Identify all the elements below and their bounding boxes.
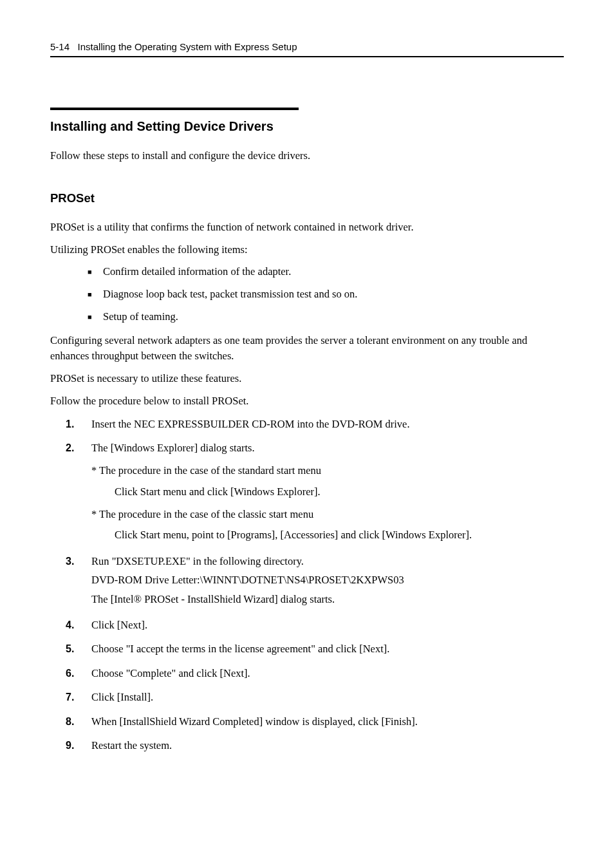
proset-p2: Utilizing PROSet enables the following i…	[50, 242, 564, 258]
step-number: 3.	[66, 553, 91, 610]
step-line: DVD-ROM Drive Letter:\WINNT\DOTNET\NS4\P…	[91, 572, 564, 589]
section-title: Installing and Setting Device Drivers	[50, 108, 299, 134]
page-number: 5-14	[50, 41, 70, 52]
list-item: Diagnose loop back test, packet transmis…	[88, 287, 564, 303]
step-number: 5.	[66, 641, 91, 657]
step-content: Restart the system.	[91, 737, 564, 754]
step-3: 3. Run "DXSETUP.EXE" in the following di…	[66, 553, 564, 610]
step-2: 2. The [Windows Explorer] dialog starts.…	[66, 440, 564, 546]
step-subindent: Click Start menu and click [Windows Expl…	[115, 484, 564, 500]
step-content: Click [Install].	[91, 689, 564, 706]
step-7: 7. Click [Install].	[66, 689, 564, 706]
list-item: Setup of teaming.	[88, 309, 564, 325]
step-text: The [Windows Explorer] dialog starts.	[91, 440, 564, 457]
step-5: 5. Choose "I accept the terms in the lic…	[66, 641, 564, 657]
step-number: 4.	[66, 617, 91, 634]
list-item: Confirm detailed information of the adap…	[88, 264, 564, 280]
step-8: 8. When [InstallShield Wizard Completed]…	[66, 713, 564, 730]
step-content: When [InstallShield Wizard Completed] wi…	[91, 713, 564, 730]
step-subindent: Click Start menu, point to [Programs], […	[115, 527, 564, 543]
step-1: 1. Insert the NEC EXPRESSBUILDER CD-ROM …	[66, 416, 564, 433]
proset-p4: PROSet is necessary to utilize these fea…	[50, 371, 564, 387]
header-title: Installing the Operating System with Exp…	[78, 41, 297, 52]
proset-bullets: Confirm detailed information of the adap…	[88, 264, 564, 325]
step-number: 7.	[66, 689, 91, 706]
step-content: Choose "I accept the terms in the licens…	[91, 641, 564, 657]
step-content: Choose "Complete" and click [Next].	[91, 665, 564, 682]
step-number: 1.	[66, 416, 91, 433]
step-number: 6.	[66, 665, 91, 682]
proset-p5: Follow the procedure below to install PR…	[50, 393, 564, 410]
step-content: The [Windows Explorer] dialog starts. * …	[91, 440, 564, 546]
step-line: Run "DXSETUP.EXE" in the following direc…	[91, 553, 564, 570]
step-line: The [Intel® PROSet - InstallShield Wizar…	[91, 591, 564, 608]
step-9: 9. Restart the system.	[66, 737, 564, 754]
section-intro: Follow these steps to install and config…	[50, 148, 564, 164]
proset-title: PROSet	[50, 191, 564, 205]
step-number: 8.	[66, 713, 91, 730]
step-6: 6. Choose "Complete" and click [Next].	[66, 665, 564, 682]
step-substar: * The procedure in the case of the class…	[91, 506, 564, 523]
page-header: 5-14 Installing the Operating System wit…	[50, 41, 564, 57]
step-content: Insert the NEC EXPRESSBUILDER CD-ROM int…	[91, 416, 564, 433]
step-substar: * The procedure in the case of the stand…	[91, 462, 564, 479]
proset-p1: PROSet is a utility that confirms the fu…	[50, 220, 564, 236]
step-content: Run "DXSETUP.EXE" in the following direc…	[91, 553, 564, 610]
step-4: 4. Click [Next].	[66, 617, 564, 634]
proset-p3: Configuring several network adapters as …	[50, 333, 564, 365]
step-number: 9.	[66, 737, 91, 754]
step-number: 2.	[66, 440, 91, 546]
step-content: Click [Next].	[91, 617, 564, 634]
numbered-steps: 1. Insert the NEC EXPRESSBUILDER CD-ROM …	[66, 416, 564, 755]
